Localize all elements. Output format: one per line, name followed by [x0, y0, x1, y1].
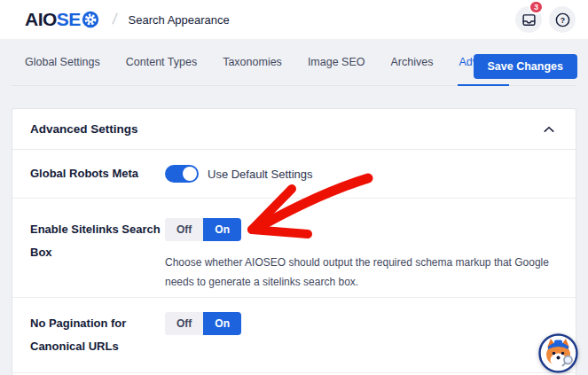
tab-taxonomies[interactable]: Taxonomies	[222, 39, 283, 86]
aioseo-mascot-help-beacon[interactable]	[538, 333, 578, 373]
notifications-button[interactable]: 3	[515, 6, 542, 33]
sitelinks-off-button[interactable]: Off	[165, 218, 203, 241]
sitelinks-description: Choose whether AIOSEO should output the …	[165, 253, 560, 292]
question-mark-icon: ?	[554, 12, 571, 28]
inbox-notifications-icon	[521, 12, 537, 27]
global-robots-meta-label: Global Robots Meta	[30, 162, 165, 185]
fox-mascot-icon	[538, 333, 578, 373]
use-default-settings-toggle[interactable]	[165, 165, 199, 183]
breadcrumb-separator: /	[111, 11, 118, 28]
tab-archives[interactable]: Archives	[390, 39, 435, 86]
pagination-off-button[interactable]: Off	[165, 312, 203, 335]
card-header: Advanced Settings	[12, 109, 576, 150]
setting-row-sitelinks-search-box: Enable Sitelinks Search Box Off On Choos…	[12, 199, 576, 298]
toggle-knob	[183, 167, 197, 181]
logo-text-aio: AIO	[25, 9, 57, 30]
sitelinks-on-button[interactable]: On	[203, 218, 241, 241]
card-title: Advanced Settings	[30, 122, 138, 136]
search-appearance-tabs: Global Settings Content Types Taxonomies…	[24, 39, 509, 86]
setting-row-global-robots-meta: Global Robots Meta Use Default Settings	[12, 150, 576, 199]
no-pagination-canonical-label: No Pagination for Canonical URLs	[30, 312, 165, 358]
setting-row-no-pagination-canonical: No Pagination for Canonical URLs Off On	[12, 298, 576, 373]
top-header: AIOSE / Search Appearance 3	[0, 0, 588, 39]
advanced-settings-card: Advanced Settings Global Robots Meta Use…	[12, 108, 576, 375]
help-button[interactable]: ?	[549, 6, 576, 33]
use-default-settings-label: Use Default Settings	[208, 168, 313, 181]
chevron-up-icon	[544, 126, 554, 133]
sitelinks-search-box-label: Enable Sitelinks Search Box	[30, 218, 165, 292]
tab-content-types[interactable]: Content Types	[125, 39, 198, 86]
tab-global-settings[interactable]: Global Settings	[24, 39, 101, 86]
svg-text:?: ?	[560, 15, 564, 24]
save-changes-button[interactable]: Save Changes	[474, 54, 577, 79]
sitelinks-off-on-group: Off On	[165, 218, 241, 241]
collapse-panel-button[interactable]	[540, 122, 558, 137]
tab-image-seo[interactable]: Image SEO	[307, 39, 366, 86]
pagination-off-on-group: Off On	[165, 312, 241, 335]
logo-text-se: SE	[57, 9, 81, 30]
pagination-on-button[interactable]: On	[203, 312, 241, 335]
gear-icon	[82, 11, 99, 28]
page-title: Search Appearance	[129, 13, 230, 27]
notification-count-badge: 3	[529, 0, 544, 14]
aioseo-logo[interactable]: AIOSE	[25, 9, 99, 30]
